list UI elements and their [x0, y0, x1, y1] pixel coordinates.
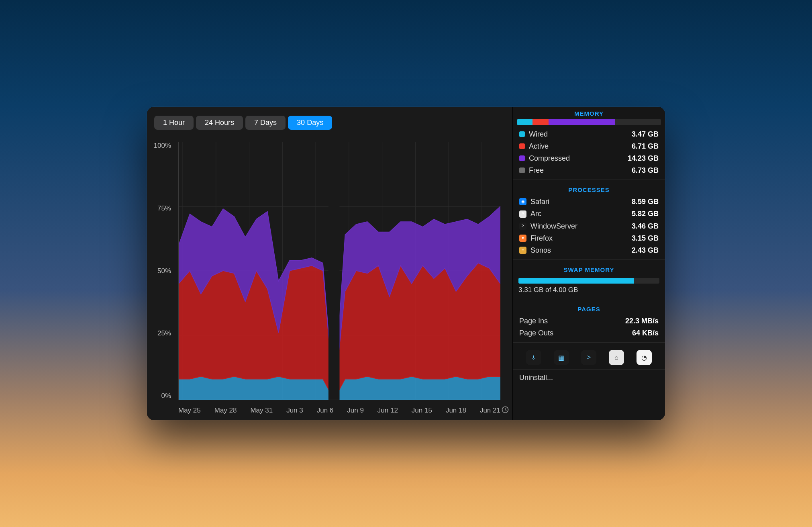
- process-label: Arc: [530, 208, 632, 219]
- swatch-icon: [519, 167, 525, 173]
- page-value: 22.3 MB/s: [625, 316, 659, 326]
- tab-24-hours[interactable]: 24 Hours: [196, 116, 243, 130]
- app-icon: ◉: [519, 198, 526, 205]
- legend-label: Wired: [529, 129, 632, 139]
- uninstall-button[interactable]: Uninstall...: [513, 369, 665, 386]
- memory-bar: [517, 119, 661, 125]
- x-tick: May 28: [214, 406, 237, 415]
- process-label: Safari: [530, 196, 632, 207]
- memory-section-title: MEMORY: [513, 107, 665, 119]
- memory-bar-segment: [615, 119, 661, 125]
- y-tick: 100%: [147, 142, 171, 150]
- page-label: Page Ins: [519, 316, 625, 326]
- dock-terminal-icon[interactable]: >: [581, 350, 596, 365]
- memory-bar-segment: [549, 119, 615, 125]
- process-row[interactable]: AArc5.82 GB: [513, 208, 665, 220]
- legend-label: Compressed: [529, 153, 628, 163]
- process-value: 3.46 GB: [632, 221, 659, 231]
- dock-row: ⫰▦>⌂◔: [513, 346, 665, 369]
- page-label: Page Outs: [519, 328, 632, 338]
- swap-text: 3.31 GB of 4.00 GB: [518, 286, 659, 294]
- y-tick: 25%: [147, 329, 171, 337]
- chart-y-axis: 100%75%50%25%0%: [147, 142, 175, 400]
- process-value: 3.15 GB: [632, 233, 659, 243]
- x-tick: May 25: [178, 406, 201, 415]
- tab-30-days[interactable]: 30 Days: [288, 116, 332, 130]
- process-row[interactable]: >WindowServer3.46 GB: [513, 220, 665, 232]
- memory-legend-row: Wired3.47 GB: [513, 128, 665, 140]
- legend-value: 14.23 GB: [628, 153, 659, 163]
- process-label: Sonos: [530, 245, 632, 255]
- x-tick: Jun 21: [480, 406, 500, 415]
- x-tick: Jun 3: [286, 406, 303, 415]
- y-tick: 50%: [147, 267, 171, 275]
- process-label: WindowServer: [530, 221, 632, 231]
- dock-activity-monitor-icon[interactable]: ⫰: [526, 350, 541, 365]
- app-icon: ●: [519, 235, 526, 242]
- tab-7-days[interactable]: 7 Days: [245, 116, 286, 130]
- page-value: 64 KB/s: [632, 328, 659, 338]
- x-tick: Jun 9: [347, 406, 364, 415]
- swap-section-title: SWAP MEMORY: [513, 263, 665, 276]
- pages-section-title: PAGES: [513, 302, 665, 315]
- legend-label: Active: [529, 141, 632, 151]
- x-tick: Jun 15: [412, 406, 432, 415]
- app-icon: >: [519, 223, 526, 230]
- svg-rect-15: [328, 142, 340, 400]
- memory-chart: 100%75%50%25%0% May 25May 28May 31Jun 3J…: [147, 133, 512, 420]
- x-tick: Jun 6: [317, 406, 334, 415]
- tab-1-hour[interactable]: 1 Hour: [154, 116, 194, 130]
- app-icon: A: [519, 210, 526, 218]
- y-tick: 75%: [147, 204, 171, 212]
- legend-value: 3.47 GB: [632, 129, 659, 139]
- process-value: 8.59 GB: [632, 196, 659, 207]
- dock-speedometer-icon[interactable]: ◔: [637, 350, 652, 365]
- sidebar: MEMORY Wired3.47 GBActive6.71 GBCompress…: [512, 107, 665, 420]
- process-row[interactable]: ≡Sonos2.43 GB: [513, 244, 665, 256]
- legend-value: 6.73 GB: [632, 165, 659, 176]
- app-window: 1 Hour24 Hours7 Days30 Days 100%75%50%25…: [147, 107, 665, 420]
- app-icon: ≡: [519, 247, 526, 254]
- page-row: Page Ins22.3 MB/s: [513, 315, 665, 327]
- memory-legend-row: Compressed14.23 GB: [513, 152, 665, 164]
- dock-console-icon[interactable]: ▦: [554, 350, 569, 365]
- memory-bar-segment: [517, 119, 532, 125]
- swatch-icon: [519, 131, 525, 137]
- memory-legend-row: Active6.71 GB: [513, 140, 665, 152]
- processes-section-title: PROCESSES: [513, 183, 665, 196]
- y-tick: 0%: [147, 392, 171, 400]
- process-row[interactable]: ◉Safari8.59 GB: [513, 196, 665, 208]
- process-label: Firefox: [530, 233, 632, 243]
- swap-bar: [518, 278, 659, 284]
- swatch-icon: [519, 155, 525, 161]
- main-panel: 1 Hour24 Hours7 Days30 Days 100%75%50%25…: [147, 107, 512, 420]
- process-value: 2.43 GB: [632, 245, 659, 255]
- dock-cleanup-icon[interactable]: ⌂: [609, 350, 624, 365]
- memory-legend-row: Free6.73 GB: [513, 164, 665, 176]
- swatch-icon: [519, 143, 525, 149]
- swap-bar-container: 3.31 GB of 4.00 GB: [518, 278, 659, 294]
- chart-plot: [178, 142, 500, 400]
- legend-label: Free: [529, 165, 632, 176]
- process-value: 5.82 GB: [632, 208, 659, 219]
- x-tick: Jun 18: [446, 406, 466, 415]
- process-row[interactable]: ●Firefox3.15 GB: [513, 232, 665, 244]
- legend-value: 6.71 GB: [632, 141, 659, 151]
- page-row: Page Outs64 KB/s: [513, 327, 665, 339]
- x-tick: Jun 12: [377, 406, 398, 415]
- memory-bar-segment: [532, 119, 548, 125]
- time-range-tabs: 1 Hour24 Hours7 Days30 Days: [147, 107, 512, 133]
- x-tick: May 31: [250, 406, 273, 415]
- clock-icon[interactable]: [501, 406, 509, 414]
- chart-x-axis: May 25May 28May 31Jun 3Jun 6Jun 9Jun 12J…: [178, 406, 500, 415]
